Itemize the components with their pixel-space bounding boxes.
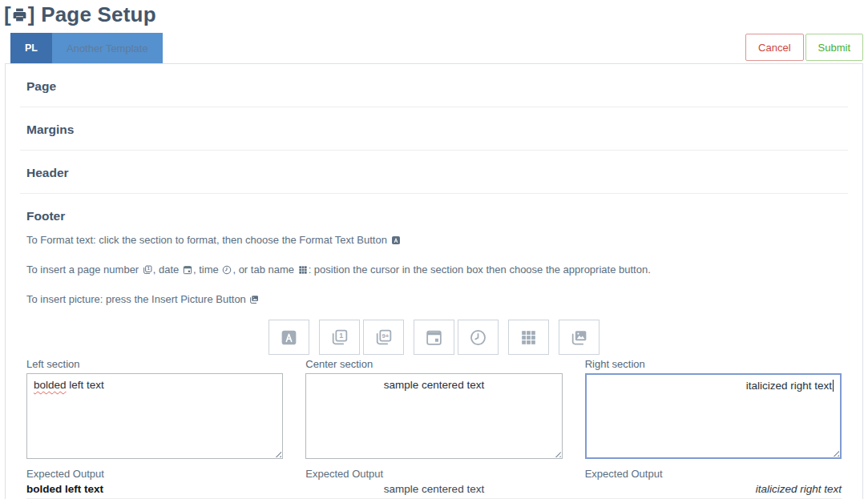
action-buttons: Cancel Submit [745,34,863,63]
toolbar-group-tabname [508,320,549,355]
svg-text:1: 1 [339,332,343,340]
printer-icon [11,6,28,23]
format-text-button[interactable] [268,320,309,355]
page-number-button[interactable]: 1 [319,320,360,355]
page-number-icon: 1 [142,264,153,276]
accordion-section-page[interactable]: Page [20,64,848,107]
accordion-section-header-label: Header [26,165,842,180]
date-icon [182,264,193,276]
center-expected-output-value: sample centered text [305,483,562,496]
right-expected-output-label: Expected Output [585,468,842,480]
help-insert-seg-1: , date [153,264,180,276]
resize-handle[interactable] [553,449,561,457]
format-text-icon [390,235,402,246]
insert-picture-icon [248,294,260,305]
center-section-value: sample centered text [384,379,484,391]
right-section-label: Right section [585,358,842,370]
accordion-section-header[interactable]: Header [20,151,848,194]
left-section-input[interactable]: bolded left text [26,373,283,459]
cancel-button[interactable]: Cancel [745,34,803,61]
bracket-open: [ [4,2,11,26]
footer-help-text: To Format text: click the section to for… [26,234,842,306]
svg-text:1: 1 [147,266,150,271]
tab-pl-label: PL [25,42,38,54]
help-insert-seg-2: , time [193,264,219,276]
page-number-icon: 1 [329,328,349,348]
submit-button[interactable]: Submit [805,34,863,61]
accordion-section-footer: Footer To Format text: click the section… [20,194,848,499]
tabs-and-actions-row: PL Another Template Cancel Submit [5,33,863,63]
left-expected-output-value: bolded left text [26,483,283,496]
page-header: [] Page Setup [0,0,868,26]
tab-pl[interactable]: PL [10,33,52,63]
page-title: [] Page Setup [4,2,868,26]
misspelled-word: bolded [34,379,67,391]
toolbar-group-page-numbers: 1 9+ [319,320,404,355]
help-line-format: To Format text: click the section to for… [26,234,842,247]
help-line-format-text: To Format text: click the section to for… [26,234,387,246]
right-section-column: Right section italicized right text Expe… [585,358,842,496]
accordion-section-margins-label: Margins [26,122,842,137]
insert-picture-icon [569,328,589,348]
left-section-column: Left section bolded left text Expected O… [26,358,283,496]
right-expected-output-value: italicized right text [585,483,842,496]
left-expected-output-label: Expected Output [26,468,283,480]
insert-picture-button[interactable] [559,320,600,355]
right-section-input[interactable]: italicized right text [585,373,842,459]
left-section-value-rest: left text [67,379,104,391]
time-icon [221,264,232,276]
help-line-picture-text: To insert picture: press the Insert Pict… [26,293,246,305]
center-expected-output-label: Expected Output [305,468,562,480]
footer-sections-grid: Left section bolded left text Expected O… [26,358,842,496]
date-button[interactable] [414,320,454,355]
toolbar-group-datetime [414,320,499,355]
tab-another-template-label: Another Template [67,42,148,54]
svg-text:9+: 9+ [382,332,389,339]
tab-name-icon [519,328,539,348]
page-count-button[interactable]: 9+ [363,320,404,355]
accordion-section-page-label: Page [26,78,842,94]
center-section-input[interactable]: sample centered text [305,373,562,459]
page-setup-panel: Page Margins Header Footer To Format tex… [5,63,863,499]
resize-handle[interactable] [273,449,281,457]
format-text-icon [279,328,299,348]
date-icon [424,328,444,348]
tab-name-icon [297,264,309,276]
footer-toolbar: 1 9+ [26,320,842,355]
time-icon [468,328,488,348]
bracket-close: ] [28,2,35,26]
help-insert-seg-0: To insert a page number [26,264,139,276]
tab-another-template[interactable]: Another Template [52,33,163,63]
center-section-label: Center section [305,358,562,370]
time-button[interactable] [458,320,499,355]
center-section-column: Center section sample centered text Expe… [305,358,562,496]
tab-name-button[interactable] [508,320,549,355]
template-tabs: PL Another Template [5,33,163,63]
help-line-insert: To insert a page number 1, date , time ,… [26,264,842,276]
toolbar-group-picture [559,320,600,355]
accordion-section-footer-label[interactable]: Footer [26,208,842,223]
resize-handle[interactable] [831,449,839,457]
right-section-value: italicized right text [746,380,832,392]
help-insert-seg-3: , or tab name [232,264,294,276]
page-count-icon: 9+ [373,328,394,348]
help-line-picture: To insert picture: press the Insert Pict… [26,293,842,306]
toolbar-group-format [268,320,309,355]
help-insert-seg-4: : position the cursor in the section box… [309,264,651,276]
text-caret [833,380,834,392]
left-section-label: Left section [26,358,283,370]
page-title-text: Page Setup [41,2,156,26]
accordion-section-margins[interactable]: Margins [20,107,848,151]
